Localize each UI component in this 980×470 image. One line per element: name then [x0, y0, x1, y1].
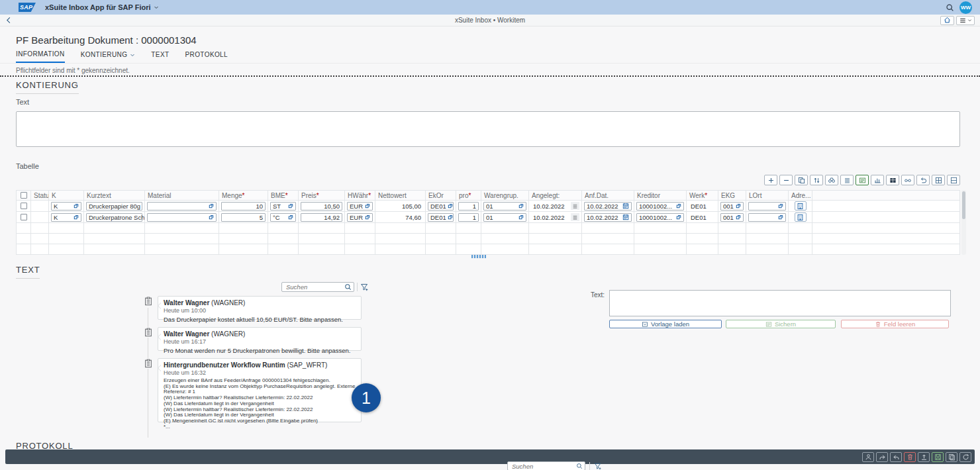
- agent-button[interactable]: [862, 452, 874, 462]
- home-button[interactable]: [940, 16, 954, 25]
- dotted-splitter[interactable]: [0, 75, 980, 77]
- tab-kontierung[interactable]: KONTIERUNG: [81, 50, 136, 63]
- hwaehr-input[interactable]: EUR: [347, 213, 373, 222]
- kreditor-input[interactable]: 10001002...: [636, 213, 684, 222]
- history-list-icon[interactable]: [571, 213, 579, 221]
- value-help-icon[interactable]: [448, 203, 453, 209]
- feed-entry[interactable]: Walter Wagner (WAGNER) Heute um 16:17 Pr…: [158, 327, 362, 351]
- ekg-input[interactable]: 001: [720, 213, 744, 222]
- grid-expand-button[interactable]: [932, 175, 945, 185]
- material-input[interactable]: [147, 213, 217, 222]
- undo-button[interactable]: [916, 175, 930, 185]
- value-help-icon[interactable]: [209, 203, 214, 209]
- protokoll-search-input[interactable]: [512, 463, 576, 470]
- row-checkbox[interactable]: [21, 203, 27, 209]
- value-help-icon[interactable]: [365, 214, 370, 220]
- table-scrollbar[interactable]: [961, 190, 966, 255]
- search-icon[interactable]: [344, 283, 352, 291]
- avatar[interactable]: WW: [959, 1, 972, 14]
- app-title-menu[interactable]: xSuite Inbox App für SAP Fiori: [45, 3, 159, 11]
- add-row-button[interactable]: [764, 175, 777, 185]
- filter-icon[interactable]: [360, 283, 369, 291]
- pro-input[interactable]: 1: [458, 213, 479, 222]
- refresh-button[interactable]: [959, 452, 971, 462]
- feed-search[interactable]: [281, 282, 354, 292]
- address-button[interactable]: [795, 212, 807, 222]
- ekor-input[interactable]: DE01: [428, 213, 454, 222]
- forward-button[interactable]: [876, 452, 888, 462]
- value-help-icon[interactable]: [736, 214, 741, 220]
- value-help-icon[interactable]: [74, 203, 79, 209]
- kurztext-input[interactable]: Druckerpapier 80g: [86, 202, 142, 211]
- bme-input[interactable]: ST: [270, 202, 296, 211]
- anfdat-input[interactable]: 10.02.2022: [584, 202, 632, 211]
- ekg-input[interactable]: 001: [720, 202, 744, 211]
- pro-input[interactable]: 1: [458, 202, 479, 211]
- value-help-icon[interactable]: [448, 214, 453, 220]
- save-button[interactable]: Sichern: [726, 320, 836, 328]
- details-button[interactable]: [856, 175, 869, 185]
- value-help-icon[interactable]: [288, 203, 293, 209]
- editor-text-input[interactable]: [609, 290, 951, 316]
- copy-button[interactable]: [946, 452, 957, 462]
- value-help-icon[interactable]: [778, 214, 783, 220]
- feed-entry[interactable]: Hintergrundbenutzer Workflow Runtim (SAP…: [158, 358, 362, 422]
- select-all-checkbox[interactable]: [21, 192, 27, 199]
- address-button[interactable]: [795, 201, 807, 211]
- anfdat-input[interactable]: 10.02.2022: [584, 213, 632, 222]
- reply-button[interactable]: [890, 452, 902, 462]
- kurztext-input[interactable]: Druckerpatrone Schwarz: [86, 213, 142, 222]
- menge-input[interactable]: 10: [221, 202, 266, 211]
- calendar-icon[interactable]: [622, 203, 629, 209]
- copy-row-button[interactable]: [795, 175, 808, 185]
- filter-icon[interactable]: [594, 462, 602, 470]
- lort-input[interactable]: [748, 202, 786, 211]
- k-input[interactable]: K: [51, 202, 81, 211]
- bme-input[interactable]: °C: [270, 213, 296, 222]
- find-button[interactable]: [825, 175, 838, 185]
- sort-button[interactable]: [810, 175, 823, 185]
- menge-input[interactable]: 5: [221, 213, 266, 222]
- preis-input[interactable]: 14,92: [301, 213, 342, 222]
- save-workitem-button[interactable]: [932, 452, 944, 462]
- calendar-icon[interactable]: [622, 214, 629, 220]
- value-help-icon[interactable]: [288, 214, 293, 220]
- value-help-icon[interactable]: [209, 214, 214, 220]
- value-help-icon[interactable]: [365, 203, 370, 209]
- view-button[interactable]: [901, 175, 914, 185]
- search-icon[interactable]: [576, 463, 583, 469]
- chart-button[interactable]: [871, 175, 884, 185]
- value-help-icon[interactable]: [518, 203, 524, 209]
- table-view-button[interactable]: [886, 175, 899, 185]
- upload-button[interactable]: [918, 452, 930, 462]
- protokoll-search[interactable]: [507, 461, 585, 470]
- tab-text[interactable]: TEXT: [151, 50, 169, 63]
- value-help-icon[interactable]: [74, 214, 79, 220]
- menu-button[interactable]: [956, 16, 975, 25]
- scrollbar-thumb[interactable]: [962, 191, 965, 219]
- value-help-icon[interactable]: [676, 214, 681, 220]
- load-template-button[interactable]: Vorlage laden: [609, 320, 722, 328]
- search-icon[interactable]: [946, 3, 954, 12]
- value-help-icon[interactable]: [676, 203, 681, 209]
- tab-protokoll[interactable]: PROTOKOLL: [185, 50, 228, 63]
- warengrup-input[interactable]: 01: [483, 213, 526, 222]
- value-help-icon[interactable]: [778, 203, 783, 209]
- preis-input[interactable]: 10,50: [301, 202, 342, 211]
- row-list-button[interactable]: [840, 175, 854, 185]
- remove-row-button[interactable]: [779, 175, 793, 185]
- kontierung-text-input[interactable]: [16, 111, 960, 147]
- tab-information[interactable]: INFORMATION: [16, 50, 65, 63]
- delete-button[interactable]: [904, 452, 916, 462]
- k-input[interactable]: K: [51, 213, 81, 222]
- value-help-icon[interactable]: [518, 214, 524, 220]
- material-input[interactable]: [147, 202, 217, 211]
- grid-collapse-button[interactable]: [947, 175, 960, 185]
- warengrup-input[interactable]: 01: [483, 202, 526, 211]
- feed-search-input[interactable]: [286, 283, 344, 291]
- table-resize-grip[interactable]: [471, 255, 486, 258]
- row-checkbox[interactable]: [21, 214, 27, 220]
- ekor-input[interactable]: DE01: [428, 202, 454, 211]
- clear-field-button[interactable]: Feld leeren: [841, 320, 949, 328]
- hwaehr-input[interactable]: EUR: [347, 202, 373, 211]
